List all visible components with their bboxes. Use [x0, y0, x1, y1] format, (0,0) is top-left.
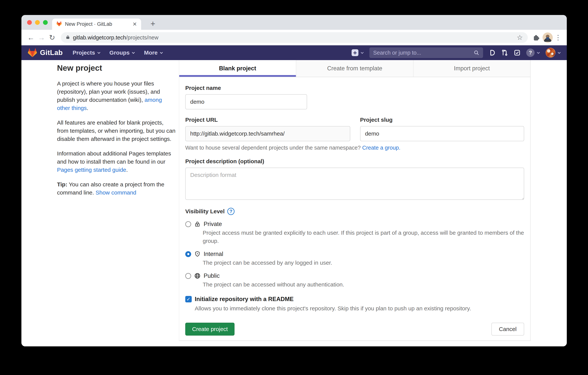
public-description: The project can be accessed without any … [203, 280, 524, 288]
gitlab-wordmark: GitLab [40, 49, 63, 57]
create-a-group-link[interactable]: Create a group. [362, 145, 400, 151]
issues-icon[interactable] [489, 49, 495, 56]
address-bar[interactable]: gitlab.widgetcorp.tech/projects/new ☆ [61, 32, 528, 43]
new-tab-button[interactable]: + [148, 19, 158, 29]
tab-title: New Project · GitLab [65, 21, 130, 27]
readme-label: Initialize repository with a README [195, 296, 294, 303]
search-icon [473, 50, 479, 55]
internal-description: The project can be accessed by any logge… [203, 259, 524, 267]
private-radio[interactable] [185, 221, 191, 227]
browser-tab[interactable]: New Project · GitLab ✕ [52, 19, 141, 30]
bookmark-star-icon[interactable]: ☆ [517, 33, 523, 42]
project-slug-label: Project slug [360, 117, 524, 123]
browser-menu-kebab-icon[interactable]: ⋮ [554, 33, 562, 42]
gitlab-favicon-icon [56, 21, 62, 27]
visibility-option-private: Private Project access must be granted e… [185, 221, 524, 245]
visibility-level-label: Visibility Level [185, 208, 225, 215]
user-avatar [546, 48, 556, 58]
tab-import-project[interactable]: Import project [414, 60, 530, 77]
public-radio[interactable] [185, 273, 191, 279]
lock-icon [66, 34, 70, 41]
tab-blank-project[interactable]: Blank project [179, 60, 296, 77]
tab-close-icon[interactable]: ✕ [133, 21, 137, 27]
blank-project-form: Project name Project URL Project slug Wa… [179, 77, 530, 341]
cancel-button[interactable]: Cancel [491, 323, 524, 336]
tab-create-from-template[interactable]: Create from template [296, 60, 413, 77]
chevron-down-icon [537, 52, 540, 54]
readme-description: Allows you to immediately clone this pro… [195, 305, 524, 312]
shield-icon [194, 251, 201, 257]
nav-item-more[interactable]: More [144, 49, 163, 56]
titlebar: New Project · GitLab ✕ + [21, 15, 567, 30]
chevron-down-icon [361, 52, 364, 54]
sidebar-tip: Tip: You can also create a project from … [57, 180, 176, 197]
internal-radio[interactable] [185, 251, 191, 257]
new-menu-button[interactable]: + [352, 49, 364, 56]
chevron-down-icon [160, 52, 163, 54]
internal-label: Internal [204, 251, 223, 257]
close-window-button[interactable] [27, 20, 32, 25]
chevron-down-icon [97, 52, 100, 54]
extensions-puzzle-icon[interactable] [532, 33, 541, 42]
project-url-label: Project URL [185, 117, 350, 123]
lock-icon [194, 221, 201, 227]
sidebar-help: New project A project is where you house… [57, 64, 176, 203]
new-project-panel: Blank project Create from template Impor… [179, 60, 531, 341]
help-question-icon: ? [526, 49, 535, 57]
create-project-button[interactable]: Create project [185, 323, 234, 336]
sidebar-paragraph-3: Information about additional Pages templ… [57, 149, 176, 174]
private-label: Private [204, 221, 222, 228]
url-text: gitlab.widgetcorp.tech/projects/new [73, 34, 158, 41]
chevron-down-icon [132, 52, 135, 54]
forward-icon[interactable]: → [37, 33, 46, 42]
sidebar-paragraph-1: A project is where you house your files … [57, 79, 176, 112]
public-label: Public [204, 272, 220, 279]
page-content: New project A project is where you house… [21, 60, 567, 346]
namespace-hint: Want to house several dependent projects… [185, 145, 524, 151]
browser-profile-avatar[interactable] [543, 33, 553, 43]
project-slug-input[interactable] [360, 126, 524, 141]
private-description: Project access must be granted explicitl… [203, 229, 524, 245]
plus-square-icon: + [352, 49, 358, 56]
project-url-input[interactable] [185, 126, 350, 141]
search-input[interactable] [373, 50, 473, 56]
help-menu[interactable]: ? [526, 49, 540, 57]
project-description-textarea[interactable] [185, 168, 524, 200]
sidebar-paragraph-2: All features are enabled for blank proje… [57, 119, 176, 143]
page-title: New project [57, 64, 176, 73]
browser-toolbar: ← → ↻ gitlab.widgetcorp.tech/projects/ne… [21, 30, 567, 45]
visibility-option-internal: Internal The project can be accessed by … [185, 251, 524, 267]
gitlab-tanuki-icon [27, 48, 37, 57]
show-command-link[interactable]: Show command [95, 189, 136, 196]
readme-checkbox[interactable]: ✓ [185, 296, 192, 302]
chevron-down-icon [558, 52, 561, 54]
pages-guide-link[interactable]: Pages getting started guide [57, 167, 126, 173]
gitlab-navbar: GitLab Projects Groups More + [21, 45, 567, 60]
traffic-lights [27, 20, 48, 25]
zoom-window-button[interactable] [43, 20, 48, 25]
todos-icon[interactable] [514, 49, 521, 56]
back-icon[interactable]: ← [26, 33, 35, 42]
nav-item-projects[interactable]: Projects [73, 49, 100, 56]
project-type-tabs: Blank project Create from template Impor… [179, 60, 530, 77]
refresh-icon[interactable]: ↻ [48, 33, 57, 42]
merge-requests-icon[interactable] [501, 49, 508, 56]
project-name-label: Project name [185, 85, 524, 91]
visibility-option-public: Public The project can be accessed witho… [185, 272, 524, 288]
global-search[interactable] [369, 47, 483, 58]
project-description-label: Project description (optional) [185, 158, 524, 165]
project-name-input[interactable] [185, 94, 307, 109]
gitlab-logo[interactable]: GitLab [27, 48, 63, 57]
visibility-help-icon[interactable]: ? [227, 208, 234, 215]
globe-icon [194, 273, 201, 279]
minimize-window-button[interactable] [35, 20, 40, 25]
user-menu[interactable] [546, 48, 561, 58]
browser-window: New Project · GitLab ✕ + ← → ↻ gitlab.wi… [21, 15, 567, 346]
nav-item-groups[interactable]: Groups [109, 49, 135, 56]
